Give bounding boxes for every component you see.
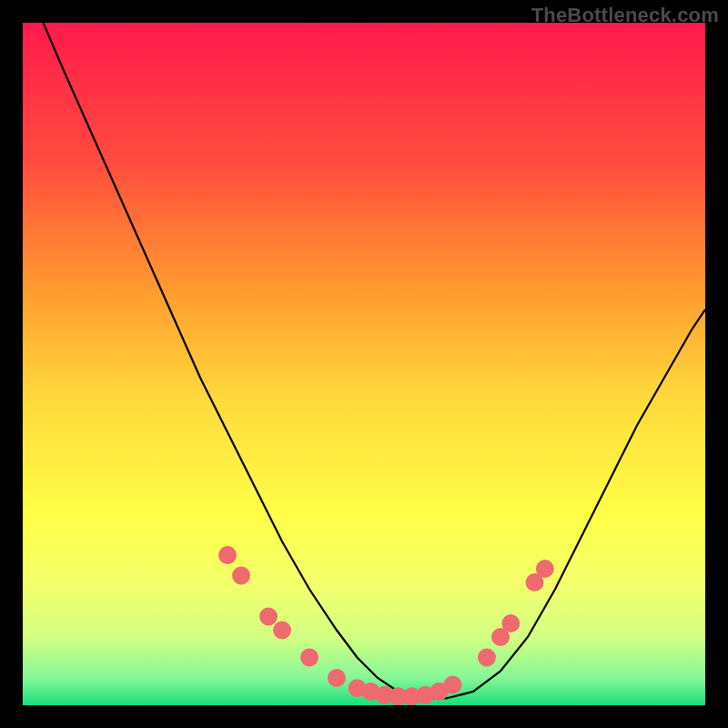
highlight-dot [478,649,496,667]
watermark-text: TheBottleneck.com [531,4,719,27]
highlight-dot [232,567,250,585]
highlight-dot [536,560,554,578]
highlight-dot [501,614,520,632]
chart-frame: TheBottleneck.com [0,0,728,728]
highlight-dot [273,622,291,640]
chart-svg [23,23,705,705]
gradient-background [23,23,705,705]
highlight-dot [444,676,462,694]
highlight-dot [300,649,318,667]
highlight-dot [218,546,237,564]
plot-area [23,23,705,705]
highlight-dot [328,669,346,687]
highlight-dot [259,608,278,626]
